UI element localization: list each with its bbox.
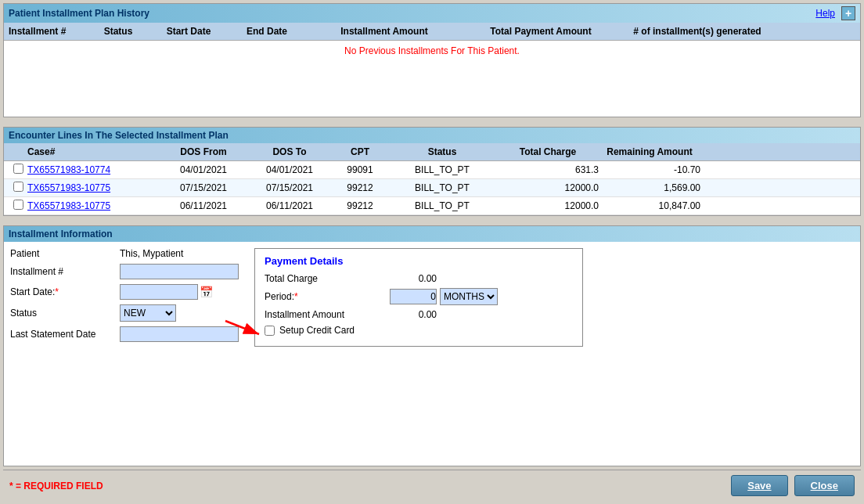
patient-value: This, Mypatient	[120, 248, 183, 259]
enc-col-total-charge: Total Charge	[497, 146, 599, 157]
row-charge-2: 12000.0	[497, 182, 599, 193]
total-charge-value: 0.00	[390, 273, 437, 284]
row-cpt-1: 99091	[333, 164, 387, 175]
row-charge-3: 12000.0	[497, 200, 599, 211]
no-records-message: No Previous Installments For This Patien…	[4, 41, 860, 61]
row-checkbox-3[interactable]	[9, 200, 27, 212]
table-row: TX65571983-10775 07/15/2021 07/15/2021 9…	[4, 179, 860, 197]
row-dos-to-2: 07/15/2021	[247, 182, 333, 193]
row-status-1: BILL_TO_PT	[387, 164, 497, 175]
row-case-3[interactable]: TX65571983-10775	[27, 200, 160, 211]
encounter-panel-title: Encounter Lines In The Selected Installm…	[9, 130, 229, 141]
close-button[interactable]: Close	[794, 475, 855, 496]
row-case-1[interactable]: TX65571983-10774	[27, 164, 160, 175]
status-select[interactable]: NEW ACTIVE CLOSED	[120, 304, 176, 322]
start-date-label: Start Date:*	[10, 286, 120, 297]
row-case-2[interactable]: TX65571983-10775	[27, 182, 160, 193]
col-start-date: Start Date	[149, 26, 228, 37]
row-remaining-1: -10.70	[599, 164, 700, 175]
row-status-3: BILL_TO_PT	[387, 200, 497, 211]
enc-col-status: Status	[387, 146, 497, 157]
start-date-input[interactable]	[120, 284, 198, 300]
calendar-icon[interactable]: 📅	[200, 286, 213, 298]
status-label: Status	[10, 308, 120, 319]
add-button[interactable]: +	[841, 6, 855, 20]
row-dos-from-3: 06/11/2021	[160, 200, 247, 211]
installment-num-label: Installment #	[10, 266, 120, 277]
row-checkbox-1[interactable]	[9, 164, 27, 176]
enc-col-case: Case#	[27, 146, 160, 157]
payment-details-title: Payment Details	[265, 255, 573, 267]
row-dos-from-1: 04/01/2021	[160, 164, 247, 175]
row-dos-from-2: 07/15/2021	[160, 182, 247, 193]
col-installment-num: Installment #	[9, 26, 87, 37]
info-panel-title: Installment Information	[9, 229, 113, 239]
col-end-date: End Date	[228, 26, 306, 37]
col-status: Status	[87, 26, 149, 37]
patient-label: Patient	[10, 248, 120, 259]
row-remaining-3: 10,847.00	[599, 200, 700, 211]
enc-col-dos-to: DOS To	[247, 146, 333, 157]
row-status-2: BILL_TO_PT	[387, 182, 497, 193]
col-total-payment: Total Payment Amount	[463, 26, 619, 37]
last-statement-label: Last Statement Date	[10, 329, 120, 340]
table-row: TX65571983-10775 06/11/2021 06/11/2021 9…	[4, 197, 860, 215]
row-remaining-2: 1,569.00	[599, 182, 700, 193]
row-cpt-3: 99212	[333, 200, 387, 211]
row-dos-to-1: 04/01/2021	[247, 164, 333, 175]
col-num-generated: # of installment(s) generated	[619, 26, 776, 37]
save-button[interactable]: Save	[731, 475, 787, 496]
setup-credit-card-checkbox[interactable]	[265, 326, 275, 336]
col-installment-amount: Installment Amount	[306, 26, 463, 37]
period-input[interactable]	[390, 289, 437, 304]
period-unit-select[interactable]: MONTHS WEEKS DAYS	[440, 288, 498, 305]
help-link[interactable]: Help	[815, 8, 835, 19]
enc-col-remaining: Remaining Amount	[599, 146, 700, 157]
installment-amount-label: Installment Amount	[265, 309, 390, 320]
setup-credit-card-label: Setup Credit Card	[279, 325, 355, 336]
history-panel-title: Patient Installment Plan History	[9, 8, 149, 19]
installment-amount-value: 0.00	[390, 309, 437, 320]
enc-col-cpt: CPT	[333, 146, 387, 157]
row-checkbox-2[interactable]	[9, 182, 27, 194]
installment-num-input[interactable]	[120, 264, 239, 279]
row-dos-to-3: 06/11/2021	[247, 200, 333, 211]
required-field-note: * = REQUIRED FIELD	[9, 481, 103, 491]
period-label: Period:*	[265, 291, 390, 302]
row-cpt-2: 99212	[333, 182, 387, 193]
table-row: TX65571983-10774 04/01/2021 04/01/2021 9…	[4, 161, 860, 179]
total-charge-label: Total Charge	[265, 273, 390, 284]
last-statement-input[interactable]	[120, 326, 239, 342]
row-charge-1: 631.3	[497, 164, 599, 175]
enc-col-dos-from: DOS From	[160, 146, 247, 157]
